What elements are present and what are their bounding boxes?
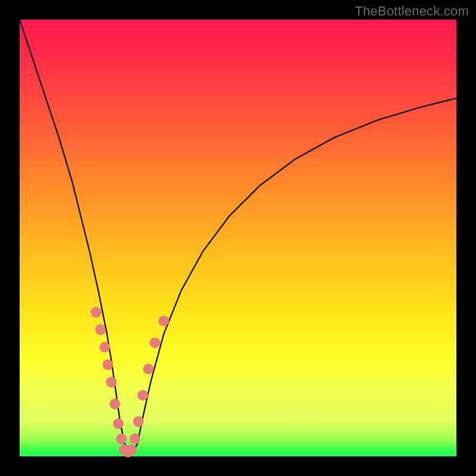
chart-frame: TheBottleneck.com <box>0 0 476 476</box>
marker-dot <box>137 390 148 400</box>
marker-dot <box>106 377 117 387</box>
plot-area <box>20 20 456 456</box>
marker-dot <box>130 434 140 444</box>
watermark-text: TheBottleneck.com <box>355 4 469 19</box>
marker-dot <box>109 399 120 409</box>
marker-dot <box>158 316 169 327</box>
marker-dot <box>116 434 127 444</box>
marker-dot <box>133 416 144 427</box>
marker-dot <box>90 307 101 318</box>
marker-dot <box>143 364 154 374</box>
marker-dot <box>113 418 124 429</box>
marker-dot <box>150 337 161 348</box>
marker-dot <box>126 444 137 455</box>
chart-svg <box>20 20 456 456</box>
bottleneck-curve <box>20 20 456 452</box>
marker-dot <box>99 342 110 353</box>
marker-dot <box>95 324 106 335</box>
marker-dot <box>102 359 113 370</box>
marker-group <box>90 307 169 458</box>
